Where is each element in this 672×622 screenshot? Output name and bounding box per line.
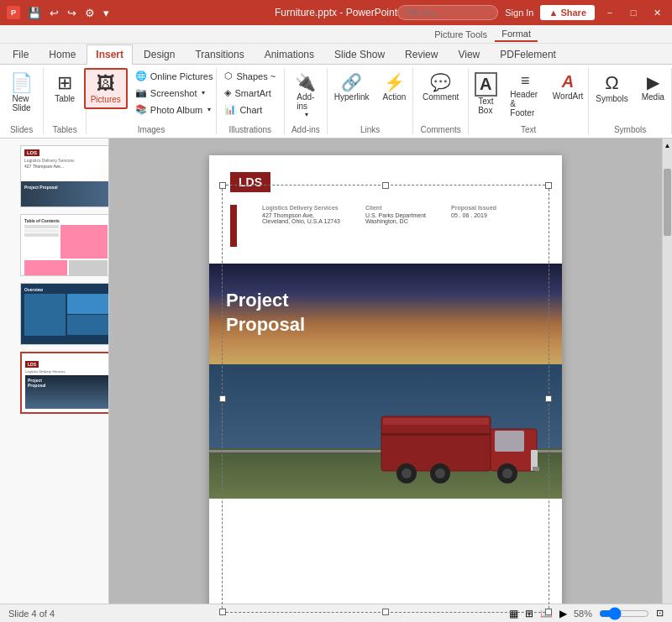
dropdown-button[interactable]: ▾ <box>101 5 112 21</box>
slides-group-label: Slides <box>10 125 33 134</box>
tab-animations[interactable]: Animations <box>255 44 323 64</box>
chart-button[interactable]: 📊 Chart <box>218 102 281 118</box>
textbox-button[interactable]: A TextBox <box>469 68 502 119</box>
format-tab[interactable]: Format <box>495 27 538 42</box>
photo-album-button[interactable]: 📚 Photo Album ▾ <box>129 102 219 118</box>
ribbon-group-addins: 🔌 Add-ins ▾ Add-ins <box>285 68 328 134</box>
settings-button[interactable]: ⚙ <box>82 5 97 21</box>
slide-thumbnail-1[interactable]: LDS Logistics Delivery Services 427 Thom… <box>20 145 109 207</box>
header-footer-icon: ≡ <box>521 72 530 90</box>
redo-button[interactable]: ↪ <box>65 5 79 21</box>
tab-pdfelement[interactable]: PDFelement <box>491 44 565 64</box>
smartart-button[interactable]: ◈ SmartArt <box>218 85 281 101</box>
tab-review[interactable]: Review <box>396 44 447 64</box>
client-name: U.S. Parks DepartmentWashington, DC <box>365 212 426 224</box>
slide-canvas[interactable]: LDS Logistics Delivery Services 427 Thom… <box>209 155 562 622</box>
window-title: Furniture.pptx - PowerPoint <box>275 7 397 18</box>
hero-text: Project Proposal <box>226 289 305 337</box>
tab-file[interactable]: File <box>3 44 38 64</box>
slide-thumbnail-3[interactable]: Overview <box>20 283 109 345</box>
ribbon-group-comments: 💬 Comment Comments <box>413 68 469 134</box>
picture-tools-band: Picture Tools Format <box>0 25 672 44</box>
addins-label: Add-ins <box>297 92 314 111</box>
symbols-group-content: Ω Symbols ▶ Media <box>590 68 670 123</box>
ribbon-group-text: A TextBox ≡ Header& Footer A WordArt Tex… <box>469 68 589 134</box>
pictures-button[interactable]: 🖼 Pictures <box>84 68 128 109</box>
header-footer-button[interactable]: ≡ Header& Footer <box>504 68 546 122</box>
scroll-thumb-v[interactable] <box>664 169 671 236</box>
comment-button[interactable]: 💬 Comment <box>417 68 465 106</box>
svg-point-6 <box>402 468 412 478</box>
comment-label: Comment <box>423 92 459 102</box>
main-slide-area[interactable]: ↻ LDS <box>109 139 662 622</box>
tab-design[interactable]: Design <box>134 44 184 64</box>
slide-thumbnail-4[interactable]: LDS Logistics Delivery Services ProjectP… <box>20 352 109 414</box>
fit-slide-button[interactable]: ⊡ <box>656 608 664 619</box>
hyperlink-label: Hyperlink <box>334 92 370 102</box>
pictures-label: Pictures <box>91 95 121 104</box>
save-button[interactable]: 💾 <box>25 5 44 21</box>
media-button[interactable]: ▶ Media <box>636 68 670 106</box>
action-button[interactable]: ⚡ Action <box>377 68 412 106</box>
undo-button[interactable]: ↩ <box>47 5 61 21</box>
status-bar: Slide 4 of 4 ▦ ⊞ 📖 ▶ 58% ⊡ <box>0 604 672 622</box>
slide-thumbnail-2[interactable]: Table of Contents <box>20 214 109 276</box>
tab-slideshow[interactable]: Slide Show <box>325 44 394 64</box>
comments-group-label: Comments <box>420 125 460 134</box>
header-footer-label: Header& Footer <box>510 90 540 118</box>
screenshot-arrow: ▾ <box>202 89 205 97</box>
company-label: Logistics Delivery Services <box>262 205 340 211</box>
close-button[interactable]: ✕ <box>648 4 665 21</box>
shapes-button[interactable]: ⬡ Shapes ~ <box>218 68 281 84</box>
text-group-content: A TextBox ≡ Header& Footer A WordArt <box>469 68 588 123</box>
normal-view-button[interactable]: ▦ <box>509 608 518 619</box>
slide-sorter-button[interactable]: ⊞ <box>525 608 533 619</box>
addins-group-content: 🔌 Add-ins ▾ <box>289 68 323 123</box>
new-slide-button[interactable]: 📄 NewSlide <box>4 68 39 117</box>
slideshow-button[interactable]: ▶ <box>559 608 567 619</box>
tell-me-input[interactable] <box>397 5 498 20</box>
screenshot-button[interactable]: 📷 Screenshot ▾ <box>129 85 219 101</box>
action-icon: ⚡ <box>384 72 405 92</box>
app-icon: P <box>7 6 20 19</box>
media-icon: ▶ <box>647 72 659 92</box>
images-group-content: 🖼 Pictures 🌐 Online Pictures 📷 Screensho… <box>84 68 219 123</box>
illustrations-group-content: ⬡ Shapes ~ ◈ SmartArt 📊 Chart <box>218 68 281 123</box>
photo-album-arrow: ▾ <box>207 106 211 113</box>
screenshot-label: Screenshot <box>150 88 197 98</box>
ribbon: 📄 NewSlide Slides ⊞ Table Tables 🖼 Pictu… <box>0 65 672 139</box>
addins-group-label: Add-ins <box>291 125 320 134</box>
ribbon-group-symbols: Ω Symbols ▶ Media Symbols <box>589 68 672 134</box>
online-pictures-button[interactable]: 🌐 Online Pictures <box>129 68 219 84</box>
media-label: Media <box>642 92 664 102</box>
illustrations-sm-group: ⬡ Shapes ~ ◈ SmartArt 📊 Chart <box>218 68 281 118</box>
sign-in[interactable]: Sign In <box>505 8 533 18</box>
wordart-button[interactable]: A WordArt <box>548 68 588 105</box>
zoom-slider[interactable] <box>599 607 649 620</box>
links-group-content: 🔗 Hyperlink ⚡ Action <box>328 68 412 123</box>
slide-thumb-wrapper-3: 3 Overview <box>5 283 103 345</box>
minimize-button[interactable]: − <box>601 4 618 21</box>
links-group-label: Links <box>360 125 380 134</box>
scroll-up-button[interactable]: ▲ <box>663 139 672 152</box>
vertical-scrollbar[interactable]: ▲ ▼ <box>662 139 672 622</box>
tab-view[interactable]: View <box>449 44 489 64</box>
hyperlink-button[interactable]: 🔗 Hyperlink <box>328 68 375 106</box>
reading-view-button[interactable]: 📖 <box>540 608 553 619</box>
addins-button[interactable]: 🔌 Add-ins ▾ <box>289 68 323 123</box>
share-button[interactable]: ▲ Share <box>540 5 595 20</box>
wordart-icon: A <box>562 72 574 91</box>
table-button[interactable]: ⊞ Table <box>48 68 81 107</box>
maximize-button[interactable]: □ <box>625 4 642 21</box>
symbols-label: Symbols <box>596 94 627 103</box>
picture-tools-label: Picture Tools <box>434 29 487 39</box>
tab-transitions[interactable]: Transitions <box>186 44 253 64</box>
slide-thumb-wrapper-1: 1 LDS Logistics Delivery Services 427 Th… <box>5 145 103 207</box>
tab-insert[interactable]: Insert <box>87 44 133 65</box>
hero-text-line1: Project <box>226 290 289 311</box>
tab-home[interactable]: Home <box>39 44 85 64</box>
symbols-button[interactable]: Ω Symbols <box>590 68 633 107</box>
textbox-icon: A <box>475 72 496 97</box>
action-label: Action <box>383 92 407 102</box>
slide-hero-section: Project Proposal <box>209 264 562 499</box>
